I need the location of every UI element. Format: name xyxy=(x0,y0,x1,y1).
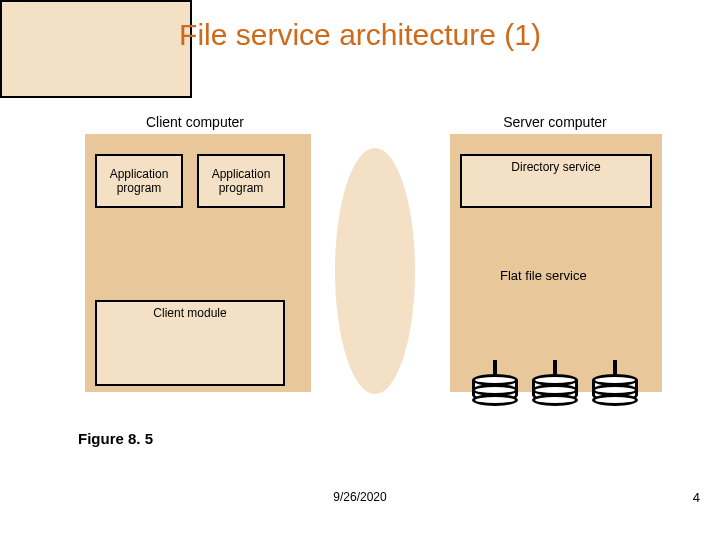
application-program-box-2: Applicationprogram xyxy=(197,154,285,208)
slide: File service architecture (1) Client com… xyxy=(0,0,720,540)
directory-service-box: Directory service xyxy=(460,154,652,208)
client-computer-label: Client computer xyxy=(95,114,295,130)
client-module-label: Client module xyxy=(153,306,226,320)
client-module-box: Client module xyxy=(95,300,285,386)
network-ellipse xyxy=(335,148,415,394)
page-number: 4 xyxy=(693,490,700,505)
figure-caption: Figure 8. 5 xyxy=(78,430,153,447)
application-program-box-1: Applicationprogram xyxy=(95,154,183,208)
disk-icon xyxy=(592,374,638,408)
application-program-2-label: Applicationprogram xyxy=(212,167,271,196)
footer-date: 9/26/2020 xyxy=(0,490,720,504)
disk-icon xyxy=(472,374,518,408)
server-computer-label: Server computer xyxy=(450,114,660,130)
application-program-1-label: Applicationprogram xyxy=(110,167,169,196)
disk-icon xyxy=(532,374,578,408)
directory-service-label: Directory service xyxy=(511,160,600,174)
slide-title: File service architecture (1) xyxy=(0,18,720,52)
flat-file-service-label: Flat file service xyxy=(500,268,650,283)
